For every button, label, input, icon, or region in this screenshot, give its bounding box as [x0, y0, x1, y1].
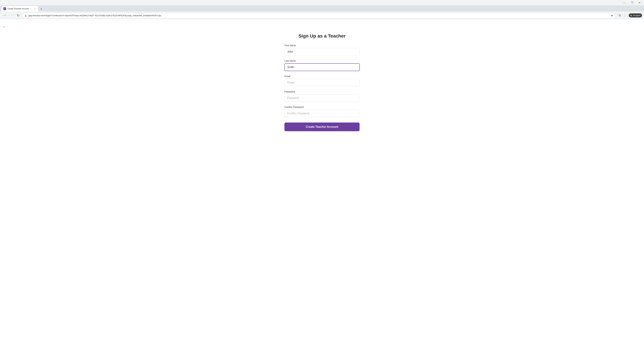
incognito-label: Incognito [633, 14, 641, 16]
back-button[interactable]: ← [0, 23, 644, 30]
forward-nav-button[interactable]: → [9, 13, 14, 18]
bookmark-icon[interactable]: ★ [611, 14, 613, 17]
signup-form-container: Sign Up as a Teacher First Name Last Nam… [282, 30, 362, 135]
confirm-password-group: Confirm Password [284, 106, 360, 117]
confirm-password-label: Confirm Password [284, 106, 360, 108]
incognito-icon: 🕵 [630, 14, 632, 16]
back-arrow-icon[interactable]: ← [0, 23, 9, 30]
last-name-input[interactable] [284, 63, 360, 71]
email-label: Email [284, 75, 360, 78]
last-name-group: Last Name [284, 59, 360, 71]
refresh-button[interactable]: ↻ [16, 13, 21, 18]
browser-extensions: ⧉ ⋮ [617, 13, 628, 18]
window-controls: — ❐ ✕ [622, 1, 642, 4]
password-group: Password [284, 90, 360, 102]
email-input[interactable] [284, 79, 360, 86]
incognito-badge: 🕵 Incognito [629, 13, 642, 17]
lock-icon: 🔒 [24, 14, 27, 17]
close-button[interactable]: ✕ [637, 1, 642, 4]
url-text: app.seesaw.me/#/login/?continueUrl=class… [28, 14, 610, 17]
back-nav-button[interactable]: ← [2, 13, 8, 18]
extensions-button[interactable]: ⧉ [617, 13, 622, 18]
tab-title: Create Teacher Account - Sees… [8, 7, 32, 10]
page-title: Sign Up as a Teacher [284, 33, 360, 39]
password-input[interactable] [284, 94, 360, 102]
confirm-password-input[interactable] [284, 110, 360, 117]
create-account-button[interactable]: Create Teacher Account [284, 122, 360, 131]
minimize-button[interactable]: — [622, 1, 627, 4]
first-name-label: First Name [284, 44, 360, 47]
first-name-input[interactable] [284, 48, 360, 55]
window-titlebar: — ❐ ✕ [0, 0, 644, 5]
active-tab[interactable]: S Create Teacher Account - Sees… × [1, 6, 38, 11]
tab-close-button[interactable]: × [34, 7, 36, 10]
email-group: Email [284, 75, 360, 86]
restore-button[interactable]: ❐ [630, 1, 634, 4]
browser-menu-button[interactable]: ⋮ [623, 13, 628, 18]
first-name-group: First Name [284, 44, 360, 55]
password-label: Password [284, 90, 360, 93]
tab-favicon: S [3, 7, 6, 10]
last-name-label: Last Name [284, 59, 360, 62]
tabs-bar: S Create Teacher Account - Sees… × + [0, 5, 644, 11]
new-tab-button[interactable]: + [39, 7, 44, 11]
address-bar-row: ← → ↻ 🔒 app.seesaw.me/#/login/?continueU… [0, 11, 644, 19]
address-bar[interactable]: 🔒 app.seesaw.me/#/login/?continueUrl=cla… [22, 13, 615, 18]
page-content: ← Sign Up as a Teacher First Name Last N… [0, 19, 644, 139]
